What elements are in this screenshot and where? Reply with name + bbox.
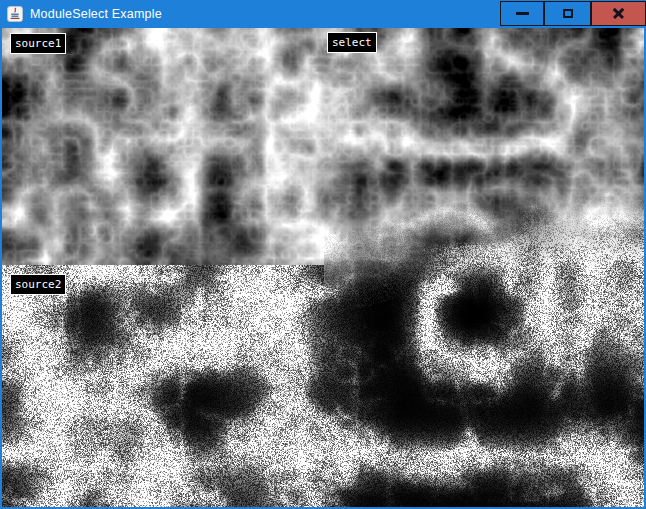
source2-noise-view — [2, 265, 324, 507]
window-controls — [500, 1, 646, 26]
maximize-icon — [563, 9, 573, 18]
minimize-icon — [516, 12, 529, 15]
source1-noise-view — [2, 28, 324, 265]
window-title: ModuleSelect Example — [30, 7, 162, 21]
minimize-button[interactable] — [500, 1, 544, 26]
titlebar[interactable]: ModuleSelect Example — [0, 0, 646, 28]
java-coffee-cup-icon — [7, 6, 23, 22]
app-window: ModuleSelect Example source1 select sour… — [0, 0, 646, 509]
label-source2: source2 — [10, 274, 66, 295]
maximize-button[interactable] — [544, 1, 591, 26]
label-source1: source1 — [10, 33, 66, 54]
render-area: source1 select source2 — [2, 28, 644, 507]
label-select: select — [327, 32, 377, 53]
close-button[interactable] — [591, 1, 646, 26]
close-icon — [612, 7, 625, 20]
